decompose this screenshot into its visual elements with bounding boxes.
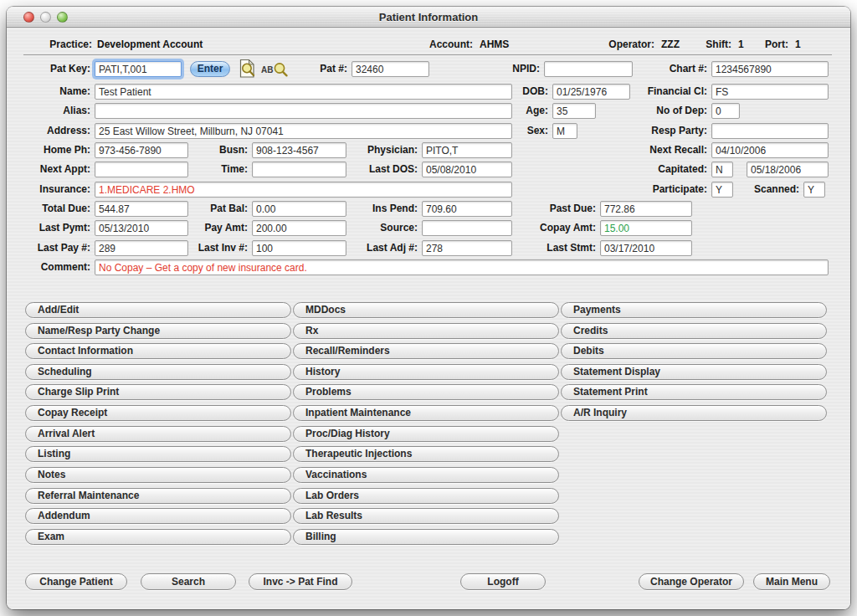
insurance-label: Insurance: <box>15 182 90 197</box>
home-ph-label: Home Ph: <box>15 142 90 157</box>
copay-amt-field[interactable]: 15.00 <box>600 220 692 236</box>
age-label: Age: <box>490 103 548 118</box>
capitated-flag-field[interactable]: N <box>711 162 733 177</box>
capitated-date-field[interactable]: 05/18/2006 <box>747 162 829 177</box>
scanned-label: Scanned: <box>731 182 799 197</box>
menu-lab-results-button[interactable]: Lab Results <box>293 508 559 524</box>
last-stmt-field[interactable]: 03/17/2010 <box>600 240 692 256</box>
pat-num-field[interactable]: 32460 <box>352 61 429 77</box>
account-label: Account: <box>375 37 473 52</box>
last-inv-num-label: Last Inv #: <box>170 240 248 255</box>
dob-label: DOB: <box>490 84 548 99</box>
menu-payments-button[interactable]: Payments <box>561 302 827 318</box>
physician-field[interactable]: PITO,T <box>422 142 512 158</box>
chart-num-field[interactable]: 1234567890 <box>711 61 829 77</box>
shift-label: Shift: <box>676 37 731 52</box>
comment-label: Comment: <box>15 259 90 275</box>
menu-inpatient-maintenance-button[interactable]: Inpatient Maintenance <box>293 405 559 421</box>
operator-label: Operator: <box>542 37 654 52</box>
ins-pend-field[interactable]: 709.60 <box>422 201 512 217</box>
document-search-icon[interactable] <box>239 59 256 82</box>
past-due-field[interactable]: 772.86 <box>600 201 692 217</box>
alias-label: Alias: <box>15 103 90 118</box>
copay-amt-label: Copay Amt: <box>505 220 596 235</box>
source-label: Source: <box>329 220 418 235</box>
menu-lab-orders-button[interactable]: Lab Orders <box>293 488 559 504</box>
name-field[interactable]: Test Patient <box>95 84 512 100</box>
last-dos-field[interactable]: 05/08/2010 <box>422 162 512 177</box>
sex-label: Sex: <box>490 123 548 138</box>
financial-class-label: Financial Cl: <box>584 84 707 99</box>
menu-recall-reminders-button[interactable]: Recall/Reminders <box>293 343 559 359</box>
menu-proc-diag-history-button[interactable]: Proc/Diag History <box>293 426 559 442</box>
next-recall-label: Next Recall: <box>584 142 707 157</box>
source-field[interactable] <box>422 220 512 236</box>
change-patient-button[interactable]: Change Patient <box>25 573 127 590</box>
address-label: Address: <box>15 123 90 138</box>
no-of-dep-label: No of Dep: <box>584 103 707 118</box>
menu-ar-inquiry-button[interactable]: A/R Inquiry <box>561 405 827 421</box>
enter-button[interactable]: Enter <box>190 61 230 77</box>
past-due-label: Past Due: <box>505 201 596 216</box>
last-stmt-label: Last Stmt: <box>505 240 596 255</box>
menu-arrival-alert-button[interactable]: Arrival Alert <box>25 426 291 442</box>
menu-statement-display-button[interactable]: Statement Display <box>561 364 827 380</box>
menu-copay-receipt-button[interactable]: Copay Receipt <box>25 405 291 421</box>
menu-exam-button[interactable]: Exam <box>25 529 291 545</box>
title-bar[interactable]: Patient Information <box>7 7 850 28</box>
invc-pat-find-button[interactable]: Invc -> Pat Find <box>249 573 352 590</box>
menu-charge-slip-print-button[interactable]: Charge Slip Print <box>25 384 291 400</box>
menu-add-edit-button[interactable]: Add/Edit <box>25 302 291 318</box>
menu-mddocs-button[interactable]: MDDocs <box>293 302 559 318</box>
logoff-button[interactable]: Logoff <box>460 573 546 590</box>
last-pymt-label: Last Pymt: <box>15 220 90 235</box>
menu-therapeutic-injections-button[interactable]: Therapeutic Injections <box>293 446 559 462</box>
time-label: Time: <box>170 162 248 177</box>
comment-field[interactable]: No Copay – Get a copy of new insurance c… <box>95 259 829 275</box>
no-of-dep-field[interactable]: 0 <box>711 103 740 119</box>
scanned-field[interactable]: Y <box>803 182 825 198</box>
sex-field[interactable]: M <box>552 123 577 139</box>
menu-notes-button[interactable]: Notes <box>25 467 291 483</box>
menu-referral-maintenance-button[interactable]: Referral Maintenance <box>25 488 291 504</box>
npid-label: NPID: <box>471 61 540 76</box>
menu-statement-print-button[interactable]: Statement Print <box>561 384 827 400</box>
menu-problems-button[interactable]: Problems <box>293 384 559 400</box>
menu-contact-information-button[interactable]: Contact Information <box>25 343 291 359</box>
header-separator <box>23 54 832 55</box>
chart-num-label: Chart #: <box>584 61 707 76</box>
menu-debits-button[interactable]: Debits <box>561 343 827 359</box>
menu-name-resp-party-change-button[interactable]: Name/Resp Party Change <box>25 323 291 339</box>
pat-bal-label: Pat Bal: <box>170 201 248 216</box>
next-recall-field[interactable]: 04/10/2006 <box>711 142 829 158</box>
practice-label: Practice: <box>23 37 92 52</box>
name-label: Name: <box>15 84 90 99</box>
main-menu-button[interactable]: Main Menu <box>753 573 830 590</box>
pat-key-field[interactable]: PATI,T,001 <box>95 61 182 77</box>
next-appt-label: Next Appt: <box>15 162 90 177</box>
menu-scheduling-button[interactable]: Scheduling <box>25 364 291 380</box>
total-due-label: Total Due: <box>15 201 90 216</box>
change-operator-button[interactable]: Change Operator <box>639 573 744 590</box>
last-adj-num-field[interactable]: 278 <box>422 240 512 256</box>
port-label: Port: <box>739 37 788 52</box>
menu-rx-button[interactable]: Rx <box>293 323 559 339</box>
ins-pend-label: Ins Pend: <box>329 201 418 216</box>
last-pay-num-label: Last Pay #: <box>15 240 90 255</box>
menu-billing-button[interactable]: Billing <box>293 529 559 545</box>
menu-credits-button[interactable]: Credits <box>561 323 827 339</box>
insurance-field[interactable]: 1.MEDICARE 2.HMO <box>95 182 512 198</box>
resp-party-label: Resp Party: <box>584 123 707 138</box>
menu-addendum-button[interactable]: Addendum <box>25 508 291 524</box>
window-title: Patient Information <box>7 7 850 28</box>
address-field[interactable]: 25 East Willow Street, Millburn, NJ 0704… <box>95 123 512 139</box>
menu-vaccinations-button[interactable]: Vaccinations <box>293 467 559 483</box>
menu-listing-button[interactable]: Listing <box>25 446 291 462</box>
menu-history-button[interactable]: History <box>293 364 559 380</box>
alias-field[interactable] <box>95 103 512 119</box>
resp-party-field[interactable] <box>711 123 829 139</box>
financial-class-field[interactable]: FS <box>711 84 829 100</box>
busn-label: Busn: <box>170 142 248 157</box>
search-button[interactable]: Search <box>141 573 236 590</box>
physician-label: Physician: <box>329 142 418 157</box>
